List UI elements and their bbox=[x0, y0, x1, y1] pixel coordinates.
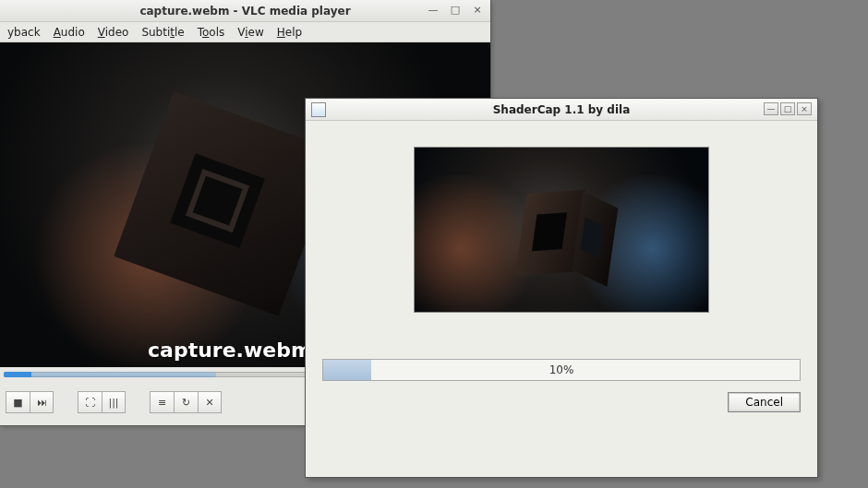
shadercap-window-controls: — □ × bbox=[764, 102, 812, 115]
menu-playback[interactable]: yback bbox=[7, 26, 41, 39]
close-icon[interactable]: × bbox=[797, 102, 812, 115]
extended-settings-button[interactable]: ||| bbox=[102, 391, 126, 413]
vlc-window-title: capture.webm - VLC media player bbox=[139, 5, 350, 18]
menu-subtitle[interactable]: Subtitle bbox=[141, 26, 184, 39]
shadercap-window-title: ShaderCap 1.1 by dila bbox=[493, 103, 631, 116]
stop-button[interactable]: ■ bbox=[6, 391, 30, 413]
video-caption: capture.webm bbox=[148, 339, 312, 362]
progress-bar: 10% bbox=[322, 359, 801, 381]
vlc-window-controls: — □ × bbox=[426, 2, 485, 17]
app-icon bbox=[311, 102, 326, 117]
shadercap-titlebar[interactable]: ShaderCap 1.1 by dila — □ × bbox=[306, 99, 817, 121]
fullscreen-button[interactable]: ⛶ bbox=[78, 391, 102, 413]
minimize-icon[interactable]: — bbox=[764, 102, 778, 115]
maximize-icon[interactable]: □ bbox=[448, 2, 463, 17]
progress-fill bbox=[323, 360, 371, 380]
loop-button[interactable]: ↻ bbox=[174, 391, 198, 413]
menu-audio[interactable]: Audio bbox=[54, 26, 85, 39]
seek-buffered bbox=[4, 372, 216, 377]
menu-video[interactable]: Video bbox=[98, 26, 129, 39]
cancel-button[interactable]: Cancel bbox=[728, 392, 801, 412]
menu-tools[interactable]: Tools bbox=[198, 26, 225, 39]
shadercap-footer: Cancel bbox=[322, 392, 801, 412]
next-button[interactable]: ⏭ bbox=[30, 391, 54, 413]
menu-help[interactable]: Help bbox=[277, 26, 302, 39]
progress-percent-label: 10% bbox=[549, 363, 574, 376]
close-icon[interactable]: × bbox=[470, 2, 485, 17]
seek-progress bbox=[4, 372, 31, 377]
menu-view[interactable]: View bbox=[237, 26, 264, 39]
playlist-button[interactable]: ≡ bbox=[150, 391, 174, 413]
progress-wrap: 10% bbox=[322, 359, 801, 381]
minimize-icon[interactable]: — bbox=[426, 2, 440, 17]
vlc-menubar: yback Audio Video Subtitle Tools View He… bbox=[0, 22, 490, 42]
vlc-titlebar[interactable]: capture.webm - VLC media player — □ × bbox=[0, 0, 490, 22]
shuffle-button[interactable]: ✕ bbox=[198, 391, 222, 413]
render-preview bbox=[414, 147, 709, 313]
shadercap-body: 10% Cancel bbox=[306, 121, 817, 477]
shadercap-window: ShaderCap 1.1 by dila — □ × 10% Cancel bbox=[305, 98, 818, 478]
maximize-icon[interactable]: □ bbox=[780, 102, 795, 115]
preview-cube-icon bbox=[515, 188, 620, 292]
